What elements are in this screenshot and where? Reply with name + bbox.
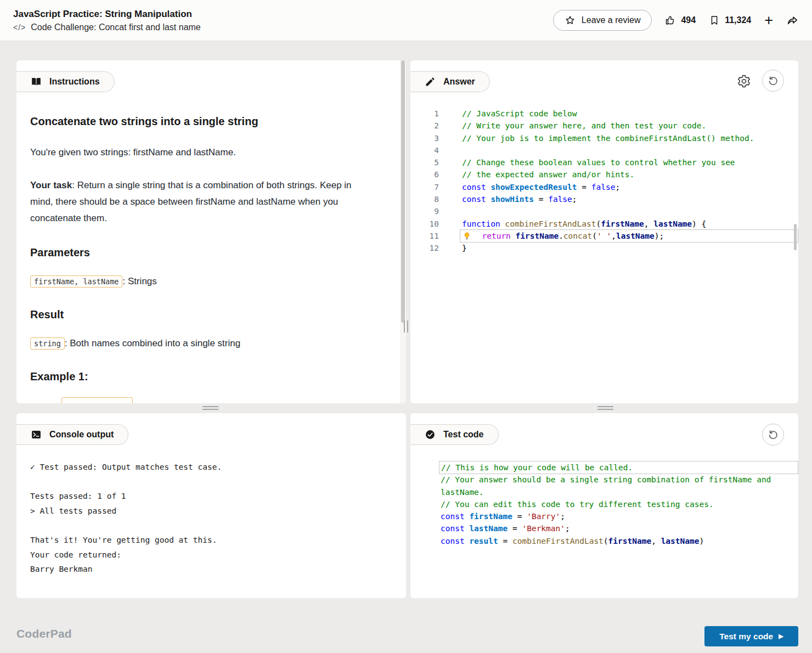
console-line: That's it! You're getting good at this. xyxy=(30,533,406,548)
instructions-content: Concatenate two strings into a single st… xyxy=(16,92,406,403)
instructions-panel: Instructions Concatenate two strings int… xyxy=(16,60,406,403)
book-icon xyxy=(31,76,42,87)
example-heading: Example 1: xyxy=(30,370,390,383)
likes-count: 494 xyxy=(681,15,696,25)
example-code-block-partial xyxy=(61,397,133,403)
pencil-icon xyxy=(425,76,436,87)
task-label: Your task xyxy=(30,180,72,190)
tab-answer[interactable]: Answer xyxy=(410,71,490,92)
code-line[interactable]: // This is how your code will be called. xyxy=(439,461,798,474)
bookmarks-count: 11,324 xyxy=(725,15,751,25)
horizontal-resize-handle-right[interactable] xyxy=(597,406,613,410)
code-line[interactable]: 9 xyxy=(410,205,798,217)
leave-review-button[interactable]: Leave a review xyxy=(553,10,652,31)
tab-console-output[interactable]: Console output xyxy=(16,424,128,445)
intro-paragraph: You're given two strings: firstName and … xyxy=(30,144,366,161)
code-line[interactable]: 3// Your job is to implement the combine… xyxy=(410,132,798,144)
answer-code[interactable]: 1// JavaScript code below2// Write your … xyxy=(410,108,798,255)
share-button[interactable] xyxy=(786,14,799,27)
answer-panel: Answer 1// JavaScript code below2// Writ… xyxy=(410,60,798,403)
line-number: 2 xyxy=(410,120,443,132)
tab-test-code-label: Test code xyxy=(443,430,484,440)
console-line xyxy=(30,518,406,533)
console-line: --- -- -- -- -- -- -- -- -- -- -- -- xyxy=(30,591,406,598)
top-bar: JavaScript Practice: String Manipulation… xyxy=(0,0,812,41)
code-line[interactable]: 7const showExpectedResult = false; xyxy=(410,181,798,193)
console-lines: ✓ Test passed: Output matches test case.… xyxy=(30,460,406,598)
challenge-subtitle: Code Challenge: Concat first and last na… xyxy=(31,22,201,32)
test-my-code-label: Test my code xyxy=(719,632,773,641)
test-code-reset-button[interactable] xyxy=(762,424,784,446)
code-line[interactable]: // Your answer should be a single string… xyxy=(439,474,798,498)
bookmarks-stat[interactable]: 11,324 xyxy=(709,15,751,26)
code-line[interactable]: 12} xyxy=(410,242,798,254)
instructions-heading: Concatenate two strings into a single st… xyxy=(30,115,390,128)
console-line: ✓ Test passed: Output matches test case. xyxy=(30,460,406,475)
console-line xyxy=(30,577,406,592)
console-line: Tests passed: 1 of 1 xyxy=(30,489,406,504)
code-line[interactable]: 8const showHints = false; xyxy=(410,193,798,205)
code-line[interactable]: const result = combineFirstAndLast(first… xyxy=(439,535,798,547)
tab-console-output-label: Console output xyxy=(49,430,114,440)
code-line[interactable]: 1// JavaScript code below xyxy=(410,108,798,120)
line-number: 4 xyxy=(410,144,443,156)
challenge-subtitle-row: </> Code Challenge: Concat first and las… xyxy=(13,22,201,32)
horizontal-resize-handle-left[interactable] xyxy=(202,406,218,410)
header-actions: Leave a review 494 11,324 + xyxy=(553,10,799,31)
line-number: 10 xyxy=(410,218,443,230)
result-desc: : Both names combined into a single stri… xyxy=(65,338,240,348)
code-line[interactable]: const lastName = 'Berkman'; xyxy=(439,522,798,534)
result-code-chip: string xyxy=(30,337,65,350)
reset-icon xyxy=(768,75,779,86)
parameters-code-chip: firstName, lastName xyxy=(30,275,122,288)
test-code[interactable]: // This is how your code will be called.… xyxy=(410,461,798,547)
code-line[interactable]: 11 return firstName.concat(' ',lastName)… xyxy=(410,230,798,242)
answer-scrollbar-thumb[interactable] xyxy=(794,224,797,250)
editor-settings-button[interactable] xyxy=(737,74,751,88)
hint-lightbulb-icon[interactable] xyxy=(463,232,471,240)
vertical-resize-handle[interactable] xyxy=(404,320,408,333)
share-arrow-icon xyxy=(786,14,799,27)
line-number: 3 xyxy=(410,132,443,144)
bookmark-icon xyxy=(709,15,720,26)
tab-instructions[interactable]: Instructions xyxy=(16,71,115,92)
tab-test-code[interactable]: Test code xyxy=(410,424,499,445)
line-number: 5 xyxy=(410,156,443,168)
line-number: 8 xyxy=(410,193,443,205)
plus-icon: + xyxy=(764,13,773,28)
code-line[interactable]: // You can edit this code to try differe… xyxy=(439,498,798,510)
check-circle-icon xyxy=(425,429,436,440)
coderpad-logo: CoderPad xyxy=(16,627,72,640)
reset-icon xyxy=(768,429,779,440)
code-line[interactable]: 2// Write your answer here, and then tes… xyxy=(410,120,798,132)
thumbs-up-icon xyxy=(665,15,676,26)
console-panel: Console output ✓ Test passed: Output mat… xyxy=(16,413,406,598)
code-line[interactable]: 4 xyxy=(410,144,798,156)
test-my-code-button[interactable]: Test my code ▶ xyxy=(704,626,798,646)
tab-answer-label: Answer xyxy=(443,77,475,87)
task-paragraph: Your task: Return a single string that i… xyxy=(30,177,366,227)
console-line: Barry Berkman xyxy=(30,562,406,577)
parameters-heading: Parameters xyxy=(30,246,390,259)
likes-stat[interactable]: 494 xyxy=(665,15,696,26)
instructions-scrollbar-thumb[interactable] xyxy=(401,60,405,323)
line-number: 12 xyxy=(410,242,443,254)
play-icon: ▶ xyxy=(779,633,783,639)
line-number: 6 xyxy=(410,168,443,181)
code-line[interactable]: const firstName = 'Barry'; xyxy=(439,510,798,522)
code-line[interactable]: 6// the expected answer and/or hints. xyxy=(410,168,798,181)
code-line[interactable]: 10function combineFirstAndLast(firstName… xyxy=(410,218,798,230)
answer-reset-button[interactable] xyxy=(762,70,784,92)
result-heading: Result xyxy=(30,308,390,321)
line-number: 9 xyxy=(410,205,443,217)
line-number: 11 xyxy=(410,230,443,242)
leave-review-label: Leave a review xyxy=(582,15,641,25)
page-title: JavaScript Practice: String Manipulation xyxy=(13,9,201,20)
code-line[interactable]: 5// Change these boolean values to contr… xyxy=(410,156,798,168)
instructions-scrollbar[interactable] xyxy=(400,60,406,403)
console-line xyxy=(30,475,406,489)
add-button[interactable]: + xyxy=(764,13,773,28)
console-line: Your code returned: xyxy=(30,548,406,562)
task-text: : Return a single string that is a combi… xyxy=(30,180,352,223)
header-left: JavaScript Practice: String Manipulation… xyxy=(13,9,201,32)
